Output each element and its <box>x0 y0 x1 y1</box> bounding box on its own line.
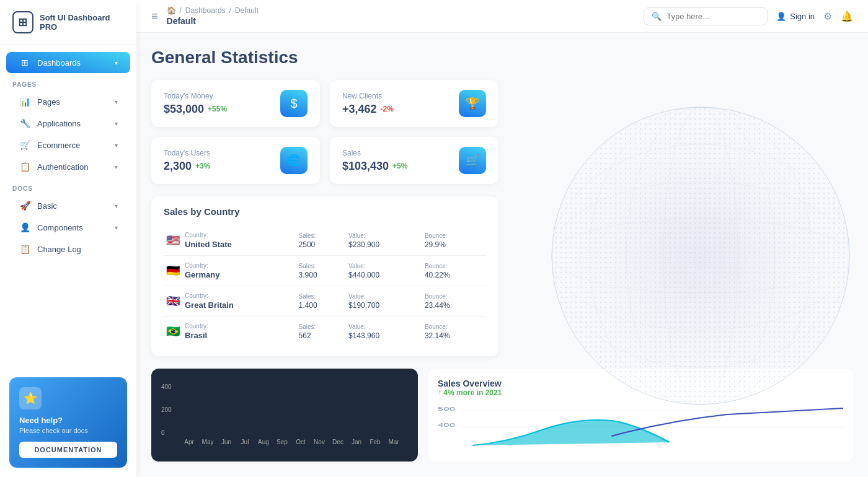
search-input[interactable] <box>666 12 753 21</box>
country-name: Brasil <box>185 331 207 340</box>
chevron-down-icon: ▾ <box>115 164 118 170</box>
pages-section-label: PAGES <box>0 74 136 90</box>
table-row: 🇧🇷 Country: Brasil Sales: 562 Value: $14… <box>164 317 486 347</box>
stat-label: New Clients <box>342 92 394 100</box>
breadcrumb-dashboards[interactable]: Dashboards <box>185 6 226 15</box>
svg-point-10 <box>553 108 848 403</box>
breadcrumb-default: Default <box>235 6 259 15</box>
chevron-down-icon: ▾ <box>115 120 118 127</box>
sidebar-item-ecommerce[interactable]: 🛒 Ecommerce ▾ <box>6 134 130 155</box>
svg-point-8 <box>553 108 848 403</box>
stat-info-money: Today's Money $53,000 +55% <box>164 92 227 116</box>
home-icon[interactable]: 🏠 <box>167 6 176 15</box>
components-icon: 👤 <box>19 222 31 232</box>
auth-icon: 📋 <box>19 162 31 172</box>
settings-icon[interactable]: ⚙ <box>823 11 832 22</box>
stat-info-clients: New Clients +3,462 -2% <box>342 92 394 116</box>
sidebar-nav: ⊞ Dashboards ▾ PAGES 📊 Pages ▾ 🔧 Applica… <box>0 45 136 368</box>
stat-value: 2,300 <box>164 160 192 173</box>
breadcrumb-path: 🏠 / Dashboards / Default <box>167 6 259 15</box>
stat-info-sales: Sales $103,430 +5% <box>342 149 407 173</box>
sidebar-item-label: Ecommerce <box>37 141 108 150</box>
chevron-down-icon: ▾ <box>115 59 118 66</box>
sales-overview-badge: ↑ 4% more in 2021 <box>438 388 843 397</box>
sidebar-item-pages[interactable]: 📊 Pages ▾ <box>6 91 130 112</box>
pages-icon: 📊 <box>19 97 31 107</box>
breadcrumb-sep1: / <box>180 6 182 15</box>
svg-point-0 <box>552 107 849 405</box>
bar-chart-card: 400 200 0 AprMayJunJulAugSepOctNovDecJan… <box>151 369 418 462</box>
flag-de: 🇩🇪 <box>166 265 180 277</box>
cart-icon: 🛒 <box>466 154 479 167</box>
sidebar: ⊞ Soft UI Dashboard PRO ⊞ Dashboards ▾ P… <box>0 0 136 477</box>
sidebar-item-dashboards[interactable]: ⊞ Dashboards ▾ <box>6 52 130 73</box>
stat-card-users: Today's Users 2,300 +3% 🌐 <box>151 137 320 184</box>
flag-us: 🇺🇸 <box>166 234 180 247</box>
bounce-value: 40.22% <box>425 271 450 279</box>
stat-badge: +5% <box>392 162 407 170</box>
stat-badge: -2% <box>381 105 394 113</box>
table-row: 🇺🇸 Country: United State Sales: 2500 Val… <box>164 225 486 256</box>
x-axis-label: Jul <box>236 439 254 445</box>
logo-area: ⊞ Soft UI Dashboard PRO <box>0 0 136 45</box>
sign-in-button[interactable]: 👤 Sign in <box>776 12 815 21</box>
svg-point-9 <box>552 107 849 405</box>
chevron-down-icon: ▾ <box>115 224 118 231</box>
sidebar-item-applications[interactable]: 🔧 Applications ▾ <box>6 113 130 134</box>
help-star-icon: ⭐ <box>19 387 42 409</box>
sidebar-item-changelog[interactable]: 📋 Change Log <box>6 239 130 260</box>
stats-grid: Today's Money $53,000 +55% $ New Clients… <box>151 80 498 184</box>
flag-br: 🇧🇷 <box>166 325 180 338</box>
country-table: 🇺🇸 Country: United State Sales: 2500 Val… <box>164 225 486 346</box>
globe-icon: 🌐 <box>287 154 301 167</box>
sidebar-item-label: Authentication <box>37 162 108 172</box>
svg-point-7 <box>589 107 812 405</box>
stat-value: $53,000 <box>164 103 204 116</box>
bar-chart-container: 400 200 0 AprMayJunJulAugSepOctNovDecJan… <box>161 383 408 445</box>
x-axis-label: Dec <box>329 439 347 445</box>
bounce-value: 23.44% <box>425 301 450 310</box>
x-axis-label: Aug <box>254 439 273 445</box>
topbar-right: 🔍 👤 Sign in ⚙ 🔔 <box>644 7 853 25</box>
sidebar-item-label: Change Log <box>37 245 118 254</box>
svg-text:400: 400 <box>438 422 455 428</box>
app-name: Soft UI Dashboard PRO <box>40 13 124 32</box>
sidebar-item-label: Pages <box>37 97 108 107</box>
page-title-breadcrumb: Default <box>167 16 259 26</box>
chevron-down-icon: ▾ <box>115 203 118 209</box>
page-title: General Statistics <box>151 48 853 68</box>
dollar-value: $440,000 <box>348 271 379 279</box>
x-axis-labels: AprMayJunJulAugSepOctNovDecJanFebMar <box>161 439 408 445</box>
svg-point-3 <box>552 182 849 330</box>
y-label-0: 0 <box>161 429 172 436</box>
breadcrumb-sep2: / <box>229 6 231 15</box>
bounce-value: 32.14% <box>425 331 450 340</box>
y-label-400: 400 <box>161 383 172 390</box>
svg-point-6 <box>626 107 775 405</box>
main-area: ≡ 🏠 / Dashboards / Default Default 🔍 👤 S… <box>136 0 868 477</box>
x-axis-label: Sep <box>273 439 291 445</box>
help-title: Need help? <box>19 416 117 425</box>
search-box[interactable]: 🔍 <box>644 7 768 25</box>
content-area: General Statistics Today's Money $53,000… <box>136 33 868 477</box>
help-box: ⭐ Need help? Please check our docs DOCUM… <box>9 377 127 468</box>
x-axis-label: Jan <box>347 439 366 445</box>
menu-icon[interactable]: ≡ <box>151 10 158 23</box>
sales-value: 3.900 <box>299 271 317 279</box>
documentation-button[interactable]: DOCUMENTATION <box>19 442 117 458</box>
stat-card-sales: Sales $103,430 +5% 🛒 <box>330 137 498 184</box>
x-axis-label: Feb <box>366 439 384 445</box>
x-axis-label: Nov <box>310 439 329 445</box>
sidebar-item-basic[interactable]: 🚀 Basic ▾ <box>6 195 130 216</box>
notification-icon[interactable]: 🔔 <box>841 11 853 22</box>
sidebar-item-components[interactable]: 👤 Components ▾ <box>6 217 130 238</box>
sidebar-item-authentication[interactable]: 📋 Authentication ▾ <box>6 156 130 177</box>
docs-section-label: DOCS <box>0 178 136 195</box>
sales-value: 1.400 <box>299 301 317 310</box>
chevron-down-icon: ▾ <box>115 142 118 149</box>
svg-point-5 <box>663 107 738 405</box>
stat-card-clients: New Clients +3,462 -2% 🏆 <box>330 80 498 127</box>
topbar: ≡ 🏠 / Dashboards / Default Default 🔍 👤 S… <box>136 0 868 33</box>
y-axis-labels: 400 200 0 <box>161 383 172 436</box>
bar-chart-area <box>180 383 231 436</box>
